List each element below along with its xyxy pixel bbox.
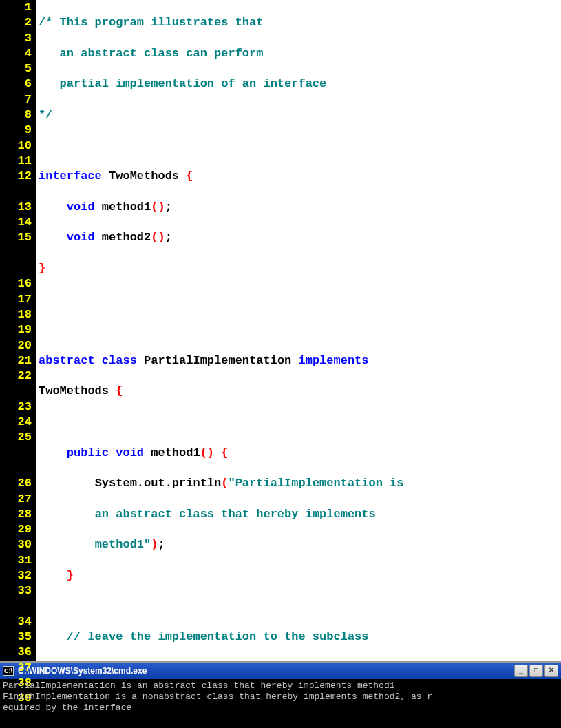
line-number: 20 (1, 338, 32, 353)
code-line: } (39, 261, 561, 276)
line-number: 16 (1, 276, 32, 291)
code-line (39, 415, 561, 430)
line-number: 19 (1, 322, 32, 337)
code-line (39, 138, 561, 154)
line-number: 30 (1, 537, 32, 552)
line-number (1, 246, 32, 261)
code-line (39, 599, 561, 614)
code-line: public abstract void method2(); (39, 661, 561, 661)
line-number: 15 (1, 230, 32, 245)
code-line: interface TwoMethods { (39, 169, 561, 184)
line-number (1, 185, 32, 200)
line-number: 12 (1, 169, 32, 184)
line-number: 35 (1, 630, 32, 645)
code-line: void method2(); (39, 230, 561, 245)
line-number-gutter: 1 2 3 4 5 6 7 8 9 10 11 12 13 14 15 16 1… (0, 0, 36, 661)
command-prompt-output[interactable]: PartialImplementation is an abstract cla… (0, 679, 561, 727)
minimize-button[interactable]: _ (514, 665, 528, 677)
line-number: 17 (1, 292, 32, 307)
line-number (1, 599, 32, 614)
code-line: /* This program illustrates that (39, 15, 561, 30)
code-line: System.out.println("PartialImplementatio… (39, 476, 561, 491)
close-button[interactable]: ✕ (544, 665, 558, 677)
line-number (1, 461, 32, 476)
code-line: } (39, 568, 561, 583)
line-number: 2 (1, 15, 32, 30)
code-line: method1"); (39, 537, 561, 552)
command-prompt-title: C:\WINDOWS\System32\cmd.exe (18, 666, 514, 676)
line-number: 25 (1, 430, 32, 445)
code-line (39, 292, 561, 307)
command-prompt-window: C:\ C:\WINDOWS\System32\cmd.exe _ □ ✕ Pa… (0, 661, 561, 727)
code-editor: 1 2 3 4 5 6 7 8 9 10 11 12 13 14 15 16 1… (0, 0, 561, 661)
line-number: 27 (1, 492, 32, 507)
line-number: 1 (1, 0, 32, 15)
output-line: PartialImplementation is an abstract cla… (3, 680, 395, 691)
code-content[interactable]: /* This program illustrates that an abst… (36, 0, 561, 661)
code-line: an abstract class can perform (39, 46, 561, 61)
line-number: 4 (1, 46, 32, 61)
line-number: 32 (1, 568, 32, 583)
line-number: 10 (1, 138, 32, 154)
code-line: */ (39, 107, 561, 123)
line-number: 34 (1, 614, 32, 630)
line-number: 3 (1, 31, 32, 46)
line-number: 28 (1, 507, 32, 522)
line-number: 5 (1, 61, 32, 76)
line-number: 26 (1, 476, 32, 491)
code-line: // leave the implementation to the subcl… (39, 630, 561, 645)
line-number (1, 446, 32, 461)
code-line: abstract class PartialImplementation imp… (39, 353, 561, 368)
maximize-button[interactable]: □ (529, 665, 543, 677)
code-line (39, 322, 561, 337)
code-line: partial implementation of an interface (39, 76, 561, 92)
line-number: 36 (1, 645, 32, 660)
line-number: 14 (1, 215, 32, 230)
output-line: equired by the interface (3, 703, 131, 713)
line-number: 33 (1, 583, 32, 599)
code-line: void method1(); (39, 200, 561, 215)
line-number: 8 (1, 107, 32, 123)
code-line: TwoMethods { (39, 384, 561, 399)
line-number: 18 (1, 307, 32, 322)
line-number: 9 (1, 123, 32, 138)
code-line: an abstract class that hereby implements (39, 507, 561, 522)
code-line: public void method1() { (39, 446, 561, 461)
line-number: 6 (1, 76, 32, 92)
line-number: 24 (1, 415, 32, 430)
line-number: 7 (1, 92, 32, 107)
line-number: 23 (1, 399, 32, 415)
output-line: FinishImplementation is a nonabstract cl… (3, 691, 432, 702)
line-number: 31 (1, 553, 32, 568)
line-number: 11 (1, 154, 32, 169)
line-number (1, 384, 32, 399)
line-number (1, 261, 32, 276)
window-controls: _ □ ✕ (514, 665, 558, 677)
line-number: 22 (1, 368, 32, 384)
cmd-icon: C:\ (3, 666, 14, 676)
command-prompt-titlebar[interactable]: C:\ C:\WINDOWS\System32\cmd.exe _ □ ✕ (0, 663, 561, 679)
line-number: 29 (1, 522, 32, 537)
line-number: 13 (1, 200, 32, 215)
line-number: 21 (1, 353, 32, 368)
